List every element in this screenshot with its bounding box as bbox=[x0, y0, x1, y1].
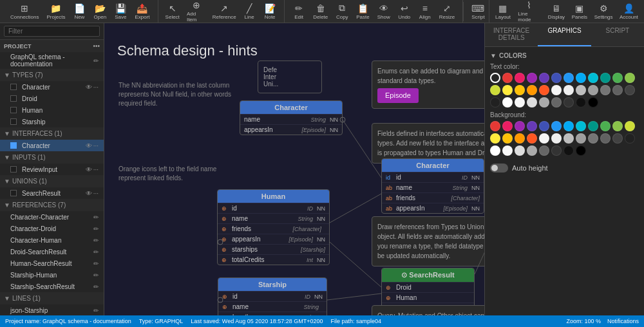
color-swatch[interactable] bbox=[527, 73, 537, 83]
color-swatch[interactable] bbox=[564, 97, 574, 107]
color-swatch[interactable] bbox=[551, 85, 562, 95]
connections-button[interactable]: ⊞ Connections bbox=[6, 2, 43, 21]
color-swatch[interactable] bbox=[551, 121, 562, 131]
sidebar-item-searchresult[interactable]: SearchResult 👁··· bbox=[0, 187, 104, 199]
color-swatch[interactable] bbox=[515, 121, 525, 131]
color-swatch[interactable] bbox=[588, 73, 598, 83]
color-swatch[interactable] bbox=[527, 121, 537, 131]
color-swatch[interactable] bbox=[588, 97, 598, 107]
projects-button[interactable]: 📁 Projects bbox=[43, 2, 69, 21]
color-swatch[interactable] bbox=[625, 73, 635, 83]
canvas-area[interactable]: Schema design - hints The NN abbreviatio… bbox=[104, 23, 484, 315]
undo-button[interactable]: ↩ Undo bbox=[394, 2, 415, 21]
color-swatch[interactable] bbox=[588, 121, 598, 131]
color-swatch[interactable] bbox=[588, 85, 598, 95]
color-swatch[interactable] bbox=[625, 85, 635, 95]
color-swatch[interactable] bbox=[625, 121, 635, 131]
tab-script[interactable]: SCRIPT bbox=[591, 23, 644, 46]
color-swatch[interactable] bbox=[576, 121, 586, 131]
layout-button[interactable]: ▦ Layout bbox=[492, 2, 515, 21]
sidebar-item-starship-human[interactable]: Starship-Human✏ bbox=[0, 269, 104, 281]
color-swatch[interactable] bbox=[515, 145, 525, 156]
color-swatch[interactable] bbox=[490, 133, 500, 144]
color-swatch[interactable] bbox=[502, 133, 513, 144]
sidebar-item-character-interface[interactable]: Character 👁··· bbox=[0, 140, 104, 151]
color-swatch[interactable] bbox=[539, 145, 549, 156]
color-swatch[interactable] bbox=[564, 145, 574, 156]
color-swatch[interactable] bbox=[490, 121, 500, 131]
script-button[interactable]: ⌨ Script bbox=[468, 2, 488, 21]
project-header[interactable]: PROJECT ••• bbox=[0, 40, 104, 52]
paste-button[interactable]: 📋 Paste bbox=[352, 2, 373, 21]
character-basic-node[interactable]: Character name String NN appearsIn [Epis… bbox=[240, 100, 343, 135]
color-swatch[interactable] bbox=[600, 121, 611, 131]
types-header[interactable]: ▼TYPES (7) bbox=[0, 69, 104, 81]
panels-button[interactable]: ▣ Panels bbox=[568, 2, 591, 21]
color-swatch[interactable] bbox=[576, 73, 586, 83]
color-swatch[interactable] bbox=[502, 97, 513, 107]
color-swatch[interactable] bbox=[551, 73, 562, 83]
reference-button[interactable]: ↗ Reference bbox=[209, 2, 239, 21]
color-swatch[interactable] bbox=[551, 97, 562, 107]
sidebar-item-droid-search[interactable]: Droid-SearchResult✏ bbox=[0, 246, 104, 257]
interfaces-header[interactable]: ▼INTERFACES (1) bbox=[0, 127, 104, 140]
sidebar-item-human-search[interactable]: Human-SearchResult✏ bbox=[0, 257, 104, 269]
sidebar-item-character-type[interactable]: Character 👁··· bbox=[0, 81, 104, 93]
sidebar-item-json-starship[interactable]: json-Starship✏ bbox=[0, 304, 104, 315]
color-swatch[interactable] bbox=[612, 73, 623, 83]
searchresult-checkbox[interactable] bbox=[10, 190, 17, 196]
color-swatch[interactable] bbox=[515, 133, 525, 144]
color-swatch[interactable] bbox=[625, 133, 635, 144]
color-swatch[interactable] bbox=[564, 133, 574, 144]
color-swatch[interactable] bbox=[612, 85, 623, 95]
color-swatch[interactable] bbox=[600, 85, 611, 95]
export-button[interactable]: 📤 Export bbox=[131, 2, 153, 21]
delete-button[interactable]: 🗑 Delete bbox=[309, 2, 332, 21]
character-full-node[interactable]: Character id id ID NN ab name String NN … bbox=[381, 158, 484, 214]
color-swatch[interactable] bbox=[576, 85, 586, 95]
line-mode-button[interactable]: ⌇ Line mode bbox=[514, 0, 544, 24]
sidebar-item-droid-type[interactable]: Droid bbox=[0, 93, 104, 104]
settings-button[interactable]: ⚙ Settings bbox=[591, 2, 616, 21]
color-swatch[interactable] bbox=[490, 97, 500, 107]
color-swatch[interactable] bbox=[527, 97, 537, 107]
add-item-button[interactable]: ⊕ Add Item bbox=[183, 0, 209, 24]
display-button[interactable]: 🖥 Display bbox=[545, 2, 569, 21]
sidebar-item-starship-type[interactable]: Starship bbox=[0, 116, 104, 127]
color-swatch[interactable] bbox=[527, 85, 537, 95]
color-swatch[interactable] bbox=[612, 133, 623, 144]
project-name-item[interactable]: GraphQL schema - documentation ✏ bbox=[0, 52, 104, 69]
color-swatch[interactable] bbox=[502, 73, 513, 83]
character-type-checkbox[interactable] bbox=[10, 84, 17, 90]
color-swatch[interactable] bbox=[576, 97, 586, 107]
color-swatch[interactable] bbox=[600, 133, 611, 144]
line-button[interactable]: ╱ Line bbox=[239, 2, 260, 21]
references-header[interactable]: ▼REFERENCES (7) bbox=[0, 199, 104, 211]
unions-header[interactable]: ▼UNIONS (1) bbox=[0, 175, 104, 187]
color-swatch[interactable] bbox=[515, 97, 525, 107]
droid-type-checkbox[interactable] bbox=[10, 95, 17, 102]
show-button[interactable]: 👁 Show bbox=[374, 2, 394, 21]
save-button[interactable]: 💾 Save bbox=[110, 2, 131, 21]
auto-height-toggle[interactable] bbox=[490, 164, 508, 173]
color-swatch[interactable] bbox=[502, 121, 513, 131]
starship-type-checkbox[interactable] bbox=[10, 118, 17, 125]
sidebar-item-human-type[interactable]: Human bbox=[0, 104, 104, 116]
sidebar-item-char-char[interactable]: Character-Character✏ bbox=[0, 211, 104, 223]
color-swatch[interactable] bbox=[502, 85, 513, 95]
lines-header[interactable]: ▼LINES (1) bbox=[0, 292, 104, 304]
sidebar-item-char-droid[interactable]: Character-Droid✏ bbox=[0, 223, 104, 234]
new-button[interactable]: 📄 New bbox=[69, 2, 90, 21]
human-type-checkbox[interactable] bbox=[10, 107, 17, 113]
open-button[interactable]: 📂 Open bbox=[90, 2, 110, 21]
color-swatch[interactable] bbox=[515, 73, 525, 83]
color-swatch[interactable] bbox=[539, 121, 549, 131]
color-swatch[interactable] bbox=[588, 133, 598, 144]
color-swatch[interactable] bbox=[539, 73, 549, 83]
color-swatch[interactable] bbox=[564, 121, 574, 131]
starship-node[interactable]: Starship ⊕ id ID NN ⊕ name String ⊕ leng… bbox=[218, 277, 327, 315]
color-swatch[interactable] bbox=[576, 145, 586, 156]
color-swatch[interactable] bbox=[502, 145, 513, 156]
edit-button[interactable]: ✏ Edit bbox=[289, 2, 309, 21]
sidebar-item-starship-search[interactable]: Starship-SearchResult✏ bbox=[0, 281, 104, 292]
